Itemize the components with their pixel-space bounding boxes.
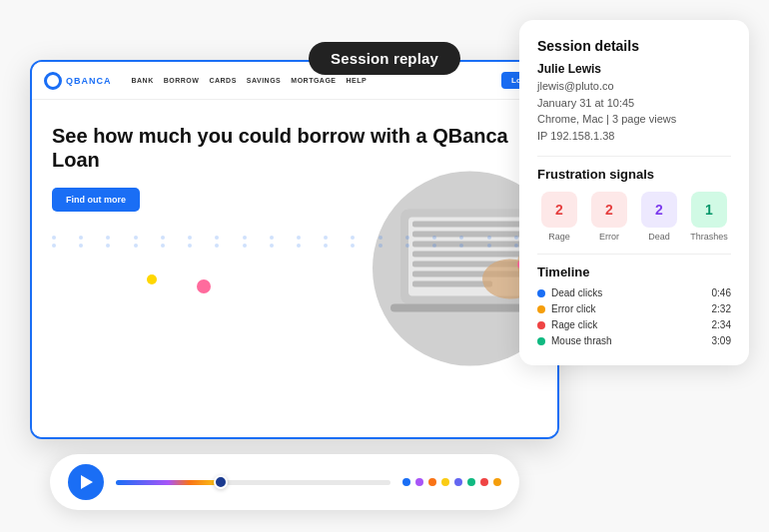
timeline-mouse-thrash: Mouse thrash 3:09: [537, 335, 731, 346]
bank-logo: QBANCA: [44, 72, 112, 90]
progress-fill: [116, 480, 221, 485]
nav-savings[interactable]: SAVINGS: [247, 77, 282, 84]
rage-click-dot-icon: [537, 321, 545, 329]
dead-clicks-label: Dead clicks: [551, 287, 706, 298]
nav-links: BANK BORROW CARDS SAVINGS MORTGAGE HELP: [132, 77, 492, 84]
error-click-time: 2:32: [712, 303, 731, 314]
signal-thrash: 1 Thrashes: [687, 192, 731, 242]
rage-click-time: 2:34: [712, 319, 731, 330]
mouse-thrash-dot-icon: [537, 337, 545, 345]
user-email: jlewis@pluto.co: [537, 78, 731, 95]
dead-badge: 2: [641, 192, 677, 228]
marker-dot-6: [467, 478, 475, 486]
marker-dot-4: [441, 478, 449, 486]
error-click-dot-icon: [537, 305, 545, 313]
timeline-error-click: Error click 2:32: [537, 303, 731, 314]
nav-borrow[interactable]: BORROW: [164, 77, 200, 84]
mouse-thrash-time: 3:09: [712, 335, 731, 346]
progress-thumb[interactable]: [214, 475, 228, 489]
dead-label: Dead: [648, 232, 670, 242]
thrash-badge: 1: [691, 192, 727, 228]
dead-clicks-dot-icon: [537, 289, 545, 297]
scene: QBANCA BANK BORROW CARDS SAVINGS MORTGAG…: [0, 0, 769, 532]
hero-left: See how much you could borrow with a QBa…: [32, 100, 557, 437]
signal-error: 2 Error: [587, 192, 631, 242]
marker-dot-1: [402, 478, 410, 486]
marker-dot-8: [493, 478, 501, 486]
signal-dead: 2 Dead: [637, 192, 681, 242]
mouse-thrash-label: Mouse thrash: [551, 335, 706, 346]
rage-click-label: Rage click: [551, 319, 706, 330]
frustration-title: Frustration signals: [537, 167, 731, 182]
error-label: Error: [599, 232, 619, 242]
browser-window: QBANCA BANK BORROW CARDS SAVINGS MORTGAG…: [30, 60, 559, 439]
decoration-dot-1: [197, 279, 211, 293]
marker-dot-5: [454, 478, 462, 486]
bank-nav: QBANCA BANK BORROW CARDS SAVINGS MORTGAG…: [32, 62, 557, 100]
thrash-label: Thrashes: [690, 232, 728, 242]
bank-hero: See how much you could borrow with a QBa…: [32, 100, 557, 437]
dots-pattern: [52, 236, 537, 248]
divider-2: [537, 254, 731, 255]
session-details-card: Session details Julie Lewis jlewis@pluto…: [519, 20, 749, 365]
rage-badge: 2: [541, 192, 577, 228]
logo-text: QBANCA: [66, 76, 112, 86]
timeline-title: Timeline: [537, 265, 731, 279]
frustration-grid: 2 Rage 2 Error 2 Dead 1 Thrashes: [537, 192, 731, 242]
error-click-label: Error click: [551, 303, 706, 314]
progress-track[interactable]: [116, 480, 390, 485]
session-replay-label: Session replay: [309, 42, 460, 75]
rage-label: Rage: [548, 232, 570, 242]
marker-dot-2: [415, 478, 423, 486]
logo-circle-icon: [44, 72, 62, 90]
session-date: January 31 at 10:45: [537, 95, 731, 112]
dead-clicks-time: 0:46: [712, 287, 731, 298]
marker-dot-7: [480, 478, 488, 486]
signal-rage: 2 Rage: [537, 192, 581, 242]
timeline-dead-clicks: Dead clicks 0:46: [537, 287, 731, 298]
play-button[interactable]: [68, 464, 104, 500]
session-meta: Chrome, Mac | 3 page views: [537, 111, 731, 128]
hero-title: See how much you could borrow with a QBa…: [52, 124, 537, 172]
timeline-marker-dots: [402, 478, 501, 486]
error-badge: 2: [591, 192, 627, 228]
nav-help[interactable]: HELP: [347, 77, 368, 84]
playback-bar: [50, 454, 519, 510]
nav-mortgage[interactable]: MORTGAGE: [291, 77, 336, 84]
decoration-dot-2: [147, 274, 157, 284]
play-icon: [81, 475, 93, 489]
timeline-rage-click: Rage click 2:34: [537, 319, 731, 330]
find-out-more-button[interactable]: Find out more: [52, 188, 140, 212]
nav-cards[interactable]: CARDS: [209, 77, 236, 84]
session-details-title: Session details: [537, 38, 731, 54]
user-ip: IP 192.158.1.38: [537, 128, 731, 145]
divider-1: [537, 156, 731, 157]
marker-dot-3: [428, 478, 436, 486]
nav-bank[interactable]: BANK: [132, 77, 154, 84]
user-name: Julie Lewis: [537, 62, 731, 76]
